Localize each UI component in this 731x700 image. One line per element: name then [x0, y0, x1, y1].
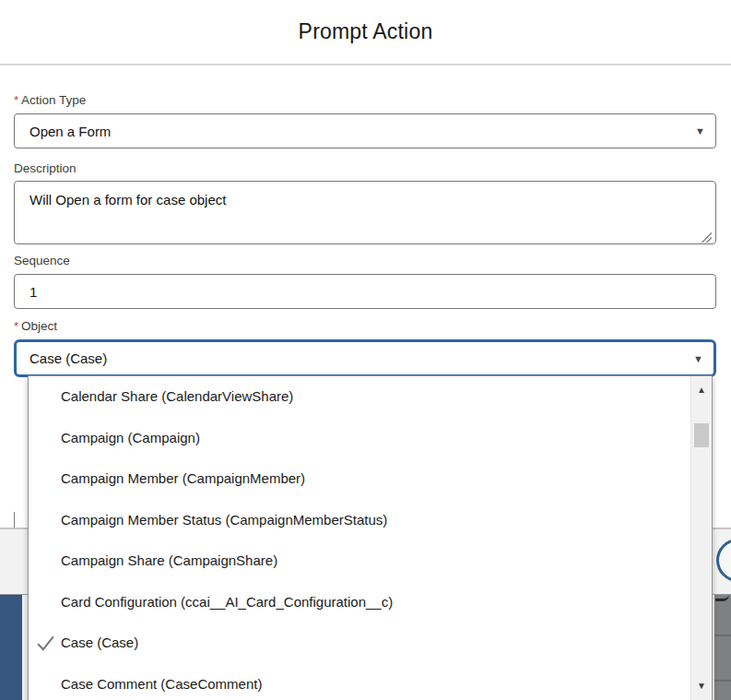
object-label: *Object: [14, 319, 57, 333]
action-type-select[interactable]: Open a Form ▼: [14, 113, 716, 148]
option-label: Campaign Member (CampaignMember): [61, 470, 305, 486]
scrollbar-thumb[interactable]: [694, 423, 709, 447]
checkmark-icon: [36, 634, 55, 653]
dropdown-option-selected[interactable]: Case (Case): [29, 623, 712, 664]
dropdown-option[interactable]: Campaign Share (CampaignShare): [29, 540, 712, 582]
chevron-down-icon: ▼: [693, 353, 703, 363]
object-label-text: Object: [21, 319, 57, 333]
scroll-down-icon[interactable]: ▼: [691, 682, 712, 691]
dropdown-option[interactable]: Campaign (Campaign): [29, 418, 712, 459]
sequence-label: Sequence: [14, 254, 70, 267]
object-combobox-value: Case (Case): [29, 350, 107, 366]
required-asterisk: *: [14, 93, 18, 107]
textarea-resize-handle-icon[interactable]: [702, 232, 712, 243]
action-type-label: *Action Type: [14, 93, 86, 107]
option-label: Calendar Share (CalendarViewShare): [61, 388, 293, 404]
action-type-value: Open a Form: [29, 124, 111, 139]
scrollbar[interactable]: ▲ ▼: [690, 376, 712, 700]
option-label: Card Configuration (ccai__AI_Card_Config…: [61, 594, 393, 610]
background-corner-arc: [715, 595, 729, 601]
object-combobox[interactable]: Case (Case) ▼: [14, 339, 716, 377]
chevron-down-icon: ▼: [695, 126, 705, 136]
dropdown-option[interactable]: Card Configuration (ccai__AI_Card_Config…: [29, 582, 712, 623]
modal-header: Prompt Action: [0, 0, 731, 65]
option-label: Case (Case): [61, 635, 138, 650]
background-row-divider: [714, 680, 731, 682]
sequence-label-text: Sequence: [14, 254, 70, 267]
action-type-label-text: Action Type: [21, 93, 86, 107]
description-textarea[interactable]: Will Open a form for case object: [14, 181, 716, 244]
dropdown-option[interactable]: Calendar Share (CalendarViewShare): [29, 376, 712, 418]
description-label-text: Description: [14, 161, 77, 175]
required-asterisk: *: [14, 319, 18, 333]
prompt-action-modal: Prompt Action *Action Type Open a Form ▼…: [0, 0, 731, 700]
option-label: Campaign Share (CampaignShare): [61, 552, 277, 568]
description-label: Description: [14, 161, 77, 175]
object-dropdown-list: Calendar Share (CalendarViewShare) Campa…: [28, 375, 713, 700]
page-background-left: [0, 595, 22, 700]
dropdown-option[interactable]: Campaign Member (CampaignMember): [29, 458, 712, 500]
dropdown-option[interactable]: Case Comment (CaseComment): [29, 664, 712, 700]
page-title: Prompt Action: [299, 19, 433, 44]
background-row-divider: [714, 635, 731, 636]
option-label: Campaign (Campaign): [61, 430, 200, 445]
option-label: Campaign Member Status (CampaignMemberSt…: [61, 512, 387, 528]
scroll-up-icon[interactable]: ▲: [691, 386, 712, 395]
sequence-input[interactable]: [14, 274, 716, 309]
page-background-right: [714, 595, 731, 700]
option-label: Case Comment (CaseComment): [61, 676, 262, 692]
dropdown-option[interactable]: Campaign Member Status (CampaignMemberSt…: [29, 500, 712, 541]
